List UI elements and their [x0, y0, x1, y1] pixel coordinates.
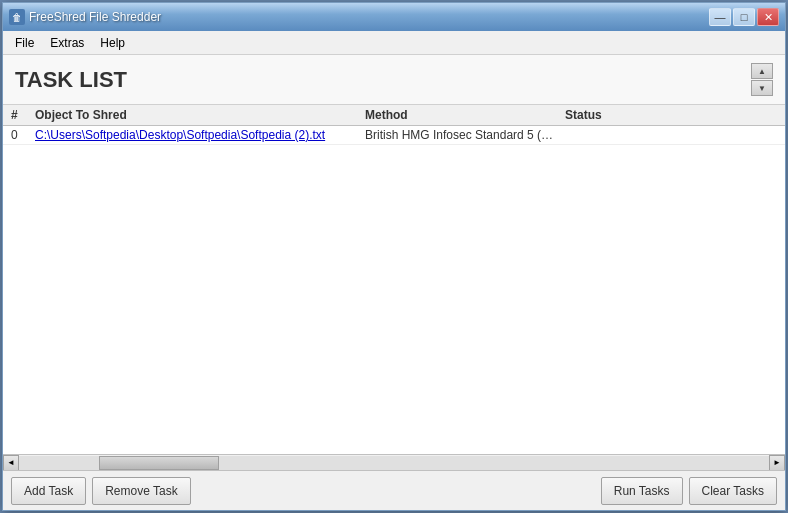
scrollbar-thumb[interactable] [99, 456, 219, 470]
clear-tasks-button[interactable]: Clear Tasks [689, 477, 777, 505]
table-body: 0 C:\Users\Softpedia\Desktop\Softpedia\S… [3, 126, 785, 454]
main-window: 🗑 FreeShred File Shredder — □ ✕ File Ext… [2, 2, 786, 511]
close-button[interactable]: ✕ [757, 8, 779, 26]
col-header-num: # [3, 108, 31, 122]
menu-help[interactable]: Help [92, 34, 133, 52]
col-header-status: Status [561, 108, 785, 122]
remove-task-button[interactable]: Remove Task [92, 477, 190, 505]
table-row[interactable]: 0 C:\Users\Softpedia\Desktop\Softpedia\S… [3, 126, 785, 145]
minimize-button[interactable]: — [709, 8, 731, 26]
page-title: TASK LIST [15, 67, 127, 93]
maximize-button[interactable]: □ [733, 8, 755, 26]
menu-extras[interactable]: Extras [42, 34, 92, 52]
row-num-0: 0 [3, 128, 31, 142]
row-status-0 [561, 128, 785, 142]
scrollbar-track[interactable] [19, 456, 769, 470]
scroll-left-button[interactable]: ◄ [3, 455, 19, 471]
window-controls: — □ ✕ [709, 8, 779, 26]
bottom-bar: Add Task Remove Task Run Tasks Clear Tas… [3, 470, 785, 510]
page-title-bar: TASK LIST ▲ ▼ [3, 55, 785, 105]
vertical-scroll-arrows: ▲ ▼ [751, 63, 773, 96]
scroll-right-button[interactable]: ► [769, 455, 785, 471]
title-bar-left: 🗑 FreeShred File Shredder [9, 9, 161, 25]
title-bar: 🗑 FreeShred File Shredder — □ ✕ [3, 3, 785, 31]
table-header: # Object To Shred Method Status [3, 105, 785, 126]
col-header-method: Method [361, 108, 561, 122]
scroll-up-button[interactable]: ▲ [751, 63, 773, 79]
run-tasks-button[interactable]: Run Tasks [601, 477, 683, 505]
horizontal-scrollbar: ◄ ► [3, 454, 785, 470]
row-method-0: British HMG Infosec Standard 5 (R... [361, 128, 561, 142]
menu-file[interactable]: File [7, 34, 42, 52]
menu-bar: File Extras Help [3, 31, 785, 55]
app-icon: 🗑 [9, 9, 25, 25]
row-object-0: C:\Users\Softpedia\Desktop\Softpedia\Sof… [31, 128, 361, 142]
col-header-object: Object To Shred [31, 108, 361, 122]
scroll-down-button[interactable]: ▼ [751, 80, 773, 96]
window-title: FreeShred File Shredder [29, 10, 161, 24]
content-area: # Object To Shred Method Status 0 C:\Use… [3, 105, 785, 470]
add-task-button[interactable]: Add Task [11, 477, 86, 505]
